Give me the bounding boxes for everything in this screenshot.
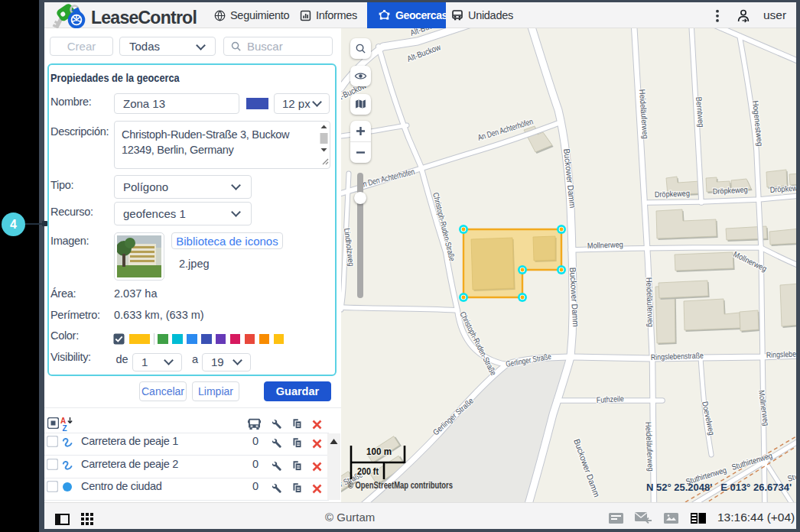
svg-text:Heideläuferweg: Heideläuferweg [645,277,655,328]
svg-text:Ringsleben: Ringsleben [766,349,796,359]
svg-text:100 m: 100 m [366,446,392,457]
svg-text:Mollnerweg: Mollnerweg [587,239,624,250]
svg-text:N 52° 25.2048' E 013° 26.673: N 52° 25.2048' E 013° 26.6734' [646,482,792,493]
svg-text:Ringslebenstraße: Ringslebenstraße [651,351,704,362]
svg-text:Dröpkeweg: Dröpkeweg [769,183,796,194]
svg-text:200 ft: 200 ft [357,466,379,477]
svg-text:Dröpkeweg: Dröpkeweg [712,185,748,196]
svg-text:Futhzeile: Futhzeile [596,394,624,404]
svg-text:© OpenStreetMap contributors: © OpenStreetMap contributors [348,480,453,491]
svg-text:Z: Z [63,424,67,432]
svg-text:Dröpkeweg: Dröpkeweg [655,188,691,199]
